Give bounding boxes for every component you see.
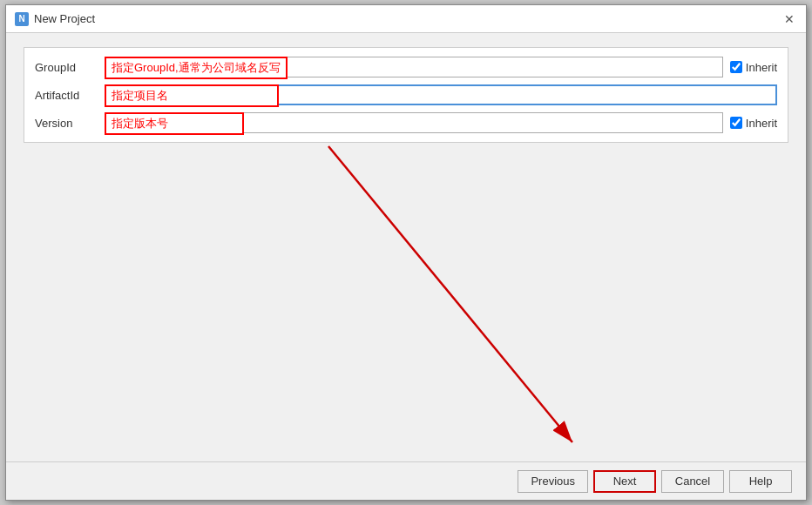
next-button[interactable]: Next	[593, 470, 656, 493]
groupid-row: GroupId Inherit 指定GroupId,通常为公司域名反写	[35, 57, 777, 77]
version-input[interactable]	[105, 112, 723, 133]
version-inherit-checkbox[interactable]	[730, 117, 742, 129]
close-button[interactable]: ✕	[782, 11, 797, 27]
dialog-content: GroupId Inherit 指定GroupId,通常为公司域名反写 Arti…	[6, 33, 806, 461]
version-inherit-label: Inherit	[746, 117, 777, 130]
artifactid-row: ArtifactId 指定项目名	[35, 84, 777, 105]
artifactid-input[interactable]	[105, 84, 777, 105]
form-area: GroupId Inherit 指定GroupId,通常为公司域名反写 Arti…	[24, 47, 788, 143]
help-button[interactable]: Help	[729, 470, 792, 493]
dialog-footer: Previous Next Cancel Help	[6, 461, 806, 500]
groupid-inherit: Inherit	[730, 61, 777, 74]
groupid-inherit-label: Inherit	[746, 61, 777, 74]
dialog-icon-label: N	[18, 14, 24, 24]
new-project-dialog: N New Project ✕ GroupId Inherit	[5, 4, 807, 501]
dialog-icon: N	[15, 12, 29, 26]
title-bar: N New Project ✕	[6, 5, 806, 33]
title-bar-left: N New Project	[15, 12, 95, 26]
dialog-title: New Project	[34, 12, 95, 25]
groupid-input-wrapper: Inherit	[105, 57, 777, 77]
svg-line-1	[328, 146, 572, 442]
cancel-button[interactable]: Cancel	[661, 470, 724, 493]
artifactid-label: ArtifactId	[35, 89, 105, 102]
version-inherit: Inherit	[730, 117, 777, 130]
groupid-label: GroupId	[35, 61, 105, 74]
groupid-inherit-checkbox[interactable]	[730, 61, 742, 73]
version-row: Version Inherit 指定版本号	[35, 112, 777, 133]
previous-button[interactable]: Previous	[518, 470, 588, 493]
artifactid-input-wrapper	[105, 84, 777, 105]
version-label: Version	[35, 117, 105, 130]
version-input-wrapper: Inherit	[105, 112, 777, 133]
groupid-input[interactable]	[105, 57, 723, 77]
